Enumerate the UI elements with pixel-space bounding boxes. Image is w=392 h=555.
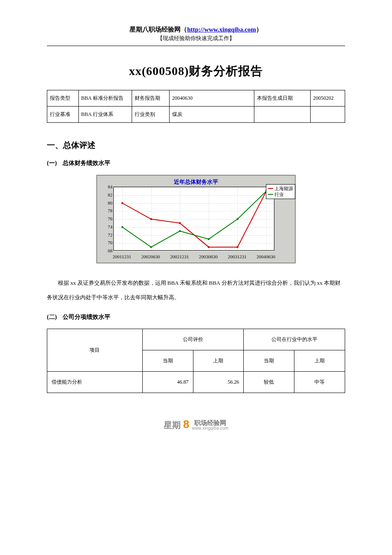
cell-value: 20050202 (311, 90, 345, 107)
cell-label: 报告类型 (47, 90, 79, 107)
footer-logo: 星期 8 职场经验网 www.xingqiba.com (47, 419, 345, 432)
col-subheader: 上期 (294, 350, 345, 371)
header-url-link[interactable]: http://www.xingqiba.com (187, 26, 256, 33)
y-tick-label: 78 (102, 208, 112, 213)
chart-plot-area (113, 187, 274, 251)
cell-value: BBA 行业体系 (78, 107, 132, 123)
cell-label (254, 107, 310, 123)
legend-item: 上海能源 (268, 185, 293, 191)
y-tick-label: 72 (102, 232, 112, 237)
chart-box: 近年总体财务水平 上海能源 行业 687072747678808284 2001… (96, 175, 296, 263)
y-tick-label: 74 (102, 224, 112, 229)
row-label: 偿债能力分析 (47, 371, 143, 393)
svg-rect-2 (179, 222, 181, 224)
cell-value: 20040630 (169, 90, 254, 107)
logo-text: 星期 (164, 419, 181, 431)
svg-rect-1 (150, 218, 152, 220)
cell-value: 46.87 (142, 371, 193, 393)
col-header: 公司在行业中的水平 (244, 329, 345, 350)
y-tick-label: 82 (102, 192, 112, 197)
y-tick-label: 84 (102, 184, 112, 189)
table-row: 行业基准 BBA 行业体系 行业类别 煤炭 (47, 107, 345, 123)
section-heading-1: 一、总体评述 (47, 140, 345, 151)
site-name: 星期八职场经验网 (130, 26, 181, 33)
y-tick-label: 76 (102, 216, 112, 221)
page-header: 星期八职场经验网（http://www.xingqiba.com） 【现成经验助… (47, 26, 345, 42)
cell-label: 财务报告期 (132, 90, 169, 107)
logo-text: 职场经验网 (192, 419, 228, 426)
x-tick-label: 20040630 (257, 254, 275, 259)
legend-label: 上海能源 (274, 185, 293, 191)
document-title: xx(600508)财务分析报告 (47, 63, 345, 79)
svg-rect-6 (121, 226, 123, 228)
svg-rect-9 (208, 238, 210, 240)
col-subheader: 当期 (142, 350, 193, 371)
info-table: 报告类型 BBA 标准分析报告 财务报告期 20040630 本报告生成日期 2… (47, 90, 345, 123)
cell-value: 煤炭 (169, 107, 254, 123)
table-row: 偿债能力分析 46.87 56.26 较低 中等 (47, 371, 345, 393)
y-tick-label: 80 (102, 200, 112, 205)
svg-rect-4 (236, 246, 238, 248)
x-tick-label: 20021231 (170, 254, 189, 259)
chart-container: 近年总体财务水平 上海能源 行业 687072747678808284 2001… (47, 175, 345, 265)
header-divider (47, 46, 345, 46)
legend-item: 行业 (268, 191, 293, 197)
header-title: 星期八职场经验网（http://www.xingqiba.com） (47, 26, 345, 34)
x-tick-label: 20020630 (141, 254, 160, 259)
cell-value: 较低 (244, 371, 294, 393)
header-subtitle: 【现成经验助你快速完成工作】 (47, 35, 345, 42)
cell-label: 本报告生成日期 (254, 90, 310, 107)
cell-label: 行业类别 (132, 107, 169, 123)
legend-swatch (268, 194, 273, 195)
col-subheader: 上期 (193, 350, 244, 371)
svg-rect-7 (150, 246, 152, 248)
performance-table: 项目 公司评价 公司在行业中的水平 当期 上期 当期 上期 偿债能力分析 46.… (47, 329, 345, 393)
col-subheader: 当期 (244, 350, 294, 371)
col-header: 公司评价 (142, 329, 244, 350)
table-row: 项目 公司评价 公司在行业中的水平 (47, 329, 345, 350)
x-tick-label: 20011231 (112, 254, 131, 259)
cell-value: BBA 标准分析报告 (78, 90, 132, 107)
svg-rect-10 (236, 218, 238, 220)
svg-rect-0 (121, 202, 123, 204)
cell-value: 56.26 (193, 371, 244, 393)
y-tick-label: 68 (102, 248, 112, 253)
x-tick-label: 20030630 (199, 254, 218, 259)
chart-title: 近年总体财务水平 (98, 178, 294, 186)
cell-label: 行业基准 (47, 107, 79, 123)
cell-value: 中等 (294, 371, 345, 393)
cell-value (311, 107, 345, 123)
y-tick-label: 70 (102, 240, 112, 245)
svg-rect-3 (208, 246, 210, 248)
x-tick-label: 20031231 (228, 254, 246, 259)
body-paragraph: 根据 xx 及证券交易所公开发布的数据，运用 BBA 禾银系统和 BBA 分析方… (47, 276, 345, 305)
logo-url: www.xingqiba.com (192, 426, 228, 431)
svg-rect-8 (179, 230, 181, 232)
table-row: 报告类型 BBA 标准分析报告 财务报告期 20040630 本报告生成日期 2… (47, 90, 345, 107)
logo-number-icon: 8 (183, 418, 189, 431)
col-header: 项目 (47, 329, 143, 371)
legend-label: 行业 (274, 191, 284, 197)
section-heading-1-1: (一) 总体财务绩效水平 (47, 159, 345, 167)
legend-swatch (268, 188, 273, 189)
section-heading-1-2: (二) 公司分项绩效水平 (47, 313, 345, 321)
chart-legend: 上海能源 行业 (266, 184, 295, 199)
